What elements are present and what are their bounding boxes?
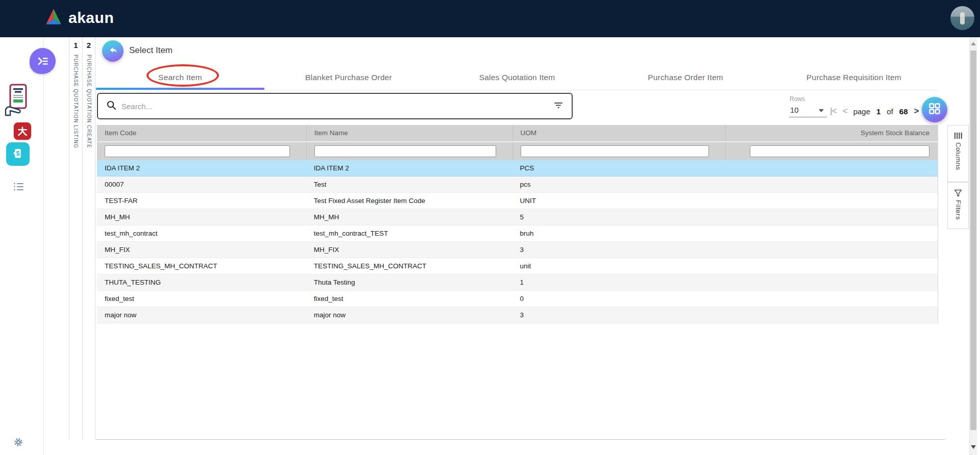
total-pages-number: 68 <box>899 107 908 116</box>
table-row[interactable]: fixed_test fixed_test 0 <box>97 291 938 307</box>
cell-item-name: Test <box>306 176 512 192</box>
rows-per-page-value: 10 <box>790 106 799 114</box>
cell-item-code: TEST-FAR <box>97 193 306 209</box>
cell-item-code: MH_MH <box>97 209 306 225</box>
panel-bottom-border <box>96 439 945 440</box>
cell-uom: 0 <box>512 291 726 307</box>
cell-balance <box>725 176 938 192</box>
filter-input-item-code[interactable] <box>105 145 290 157</box>
workspace-tab-purchase-quotation-listing[interactable]: 1 PURCHASE QUOTATION LISTING <box>69 37 82 439</box>
active-tab-underline <box>96 88 264 90</box>
cell-item-name: MH_FIX <box>306 242 512 258</box>
brand-logo: akaun <box>44 8 114 28</box>
cell-item-name: test_mh_contract_TEST <box>306 225 512 241</box>
svg-text:$: $ <box>16 150 20 157</box>
table-row[interactable]: TEST-FAR Test Fixed Asset Register Item … <box>97 193 938 209</box>
cell-item-name: Thuta Testing <box>306 274 512 290</box>
table-row[interactable]: THUTA_TESTING Thuta Testing 1 <box>97 274 938 291</box>
columns-icon <box>953 132 963 140</box>
tab-search-item[interactable]: Search Item <box>96 65 264 90</box>
cell-item-code: THUTA_TESTING <box>97 274 306 290</box>
cell-item-code: test_mh_contract <box>97 225 306 241</box>
cell-item-code: IDA ITEM 2 <box>97 160 306 176</box>
page-title: Select Item <box>129 45 173 56</box>
filters-panel-button[interactable]: Filters <box>947 182 969 229</box>
grid-view-button[interactable] <box>922 97 947 122</box>
current-page-number: 1 <box>876 107 880 116</box>
da-app-icon[interactable] <box>14 122 31 140</box>
filter-input-system-stock-balance[interactable] <box>750 145 929 157</box>
back-arrow-icon <box>107 44 118 58</box>
page-word: page <box>853 107 870 116</box>
table-row[interactable]: major now major now 3 <box>97 307 938 323</box>
table-row[interactable]: 00007 Test pcs <box>97 176 938 193</box>
cell-item-name: major now <box>306 307 512 323</box>
cell-item-code: TESTING_SALES_MH_CONTRACT <box>97 258 306 274</box>
tab-sales-quotation-item[interactable]: Sales Quotation Item <box>433 65 601 90</box>
cell-balance <box>725 209 938 225</box>
first-page-button[interactable]: |< <box>830 106 837 116</box>
table-row[interactable]: IDA ITEM 2 IDA ITEM 2 PCS <box>97 160 938 176</box>
cell-balance <box>725 193 938 209</box>
cell-item-code: major now <box>97 307 306 323</box>
filter-input-uom[interactable] <box>521 145 709 157</box>
cell-uom: unit <box>512 258 726 274</box>
search-input[interactable] <box>121 102 553 111</box>
columns-panel-button[interactable]: Columns <box>947 125 969 182</box>
table-body: IDA ITEM 2 IDA ITEM 2 PCS 00007 Test pcs… <box>97 160 938 323</box>
columns-panel-label: Columns <box>954 142 962 170</box>
user-avatar[interactable] <box>950 6 974 30</box>
cell-balance <box>725 242 938 258</box>
rows-per-page-select[interactable]: 10 <box>789 104 827 117</box>
rows-per-page-label: Rows <box>790 95 805 103</box>
prev-page-button[interactable]: < <box>843 106 847 116</box>
column-header-system-stock-balance[interactable]: System Stock Balance <box>725 125 938 141</box>
workspace-tab-number: 1 <box>69 41 82 49</box>
column-header-item-code[interactable]: Item Code <box>97 125 306 141</box>
workspace-tab-purchase-quotation-create[interactable]: 2 PURCHASE QUOTATION CREATE <box>82 37 95 439</box>
cell-uom: 5 <box>512 209 726 225</box>
table-row[interactable]: TESTING_SALES_MH_CONTRACT TESTING_SALES_… <box>97 258 938 274</box>
scroll-up-arrow-icon[interactable] <box>971 42 976 45</box>
cell-balance <box>725 225 938 241</box>
top-app-bar: akaun <box>0 0 980 37</box>
cell-uom: 3 <box>512 307 726 323</box>
cell-uom: 1 <box>512 274 726 290</box>
column-header-uom[interactable]: UOM <box>512 125 726 141</box>
cell-item-name: Test Fixed Asset Register Item Code <box>306 193 512 209</box>
filter-list-icon[interactable] <box>553 100 564 112</box>
table-header-row: Item Code Item Name UOM System Stock Bal… <box>97 125 938 141</box>
list-icon[interactable] <box>13 182 24 191</box>
tab-purchase-requisition-item[interactable]: Purchase Requisition Item <box>770 65 938 90</box>
cell-item-name: MH_MH <box>306 209 512 225</box>
item-table: Item Code Item Name UOM System Stock Bal… <box>97 125 938 323</box>
cell-uom: bruh <box>512 225 726 241</box>
cell-balance <box>725 258 938 274</box>
filter-input-item-name[interactable] <box>314 145 496 157</box>
cell-item-name: IDA ITEM 2 <box>306 160 512 176</box>
cell-item-code: MH_FIX <box>97 242 306 258</box>
funnel-icon <box>953 189 963 197</box>
table-row[interactable]: MH_MH MH_MH 5 <box>97 209 938 225</box>
settings-gear-icon[interactable] <box>13 437 24 448</box>
cell-balance <box>725 307 938 323</box>
next-page-button[interactable]: > <box>914 106 919 116</box>
back-button[interactable] <box>102 40 124 62</box>
tab-purchase-order-item[interactable]: Purchase Order Item <box>601 65 770 90</box>
table-row[interactable]: MH_FIX MH_FIX 3 <box>97 242 938 258</box>
menu-expand-icon[interactable] <box>30 48 56 74</box>
scroll-down-arrow-icon[interactable] <box>971 445 976 449</box>
search-box <box>97 93 573 119</box>
cell-item-code: 00007 <box>97 176 306 192</box>
table-row[interactable]: test_mh_contract test_mh_contract_TEST b… <box>97 225 938 242</box>
akaun-triangle-logo-icon <box>44 8 63 28</box>
workspace-tab-label: PURCHASE QUOTATION CREATE <box>86 55 92 148</box>
billing-app-icon[interactable]: $ <box>6 142 30 166</box>
cell-item-code: fixed_test <box>97 291 306 307</box>
search-icon <box>106 100 117 113</box>
quote-app-icon[interactable] <box>3 83 32 117</box>
column-header-item-name[interactable]: Item Name <box>306 125 512 141</box>
tab-blanket-purchase-order[interactable]: Blanket Purchase Order <box>264 65 433 90</box>
cell-balance <box>725 160 938 176</box>
scrollbar-thumb[interactable] <box>970 50 976 430</box>
